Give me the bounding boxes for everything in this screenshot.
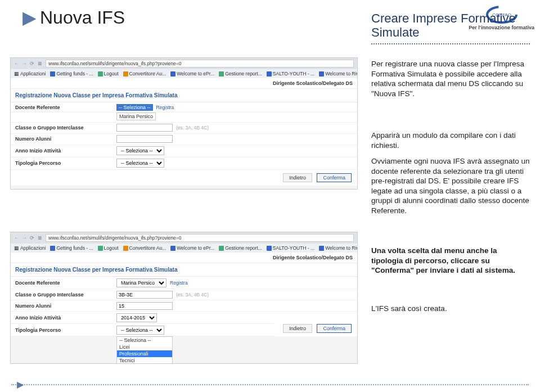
label-tipologia: Tipologia Percorso <box>15 160 116 166</box>
bookmark-item[interactable]: Welcome to Riv... <box>319 245 358 251</box>
conferma-button[interactable]: Conferma <box>317 324 352 333</box>
indietro-button[interactable]: Indietro <box>283 324 312 333</box>
side-heading: Creare Imprese Formative Simulate <box>371 11 530 44</box>
classe-input[interactable] <box>116 124 173 132</box>
paragraph-intro: Per registrare una nuova classe per l'Im… <box>371 59 530 98</box>
conferma-button[interactable]: Conferma <box>317 173 352 182</box>
bookmark-apps[interactable]: ▦Applicazioni <box>14 71 46 76</box>
form-title: Registrazione Nuova Classe per Impresa F… <box>11 89 357 102</box>
bookmarks-bar: ▦Applicazioni Getting funds - ... Logout… <box>11 244 357 253</box>
registra-link[interactable]: Registra <box>170 280 188 286</box>
bookmark-item[interactable]: SALTO-YOUTH - ... <box>267 71 314 76</box>
reload-icon[interactable]: ⟳ <box>30 61 35 66</box>
tipologia-select[interactable]: -- Seleziona -- <box>116 326 164 335</box>
label-anno: Anno Inizio Attività <box>15 315 116 321</box>
tipologia-select[interactable]: -- Seleziona -- <box>116 159 164 168</box>
label-anno: Anno Inizio Attività <box>15 148 116 154</box>
docente-select-open[interactable]: -- Seleziona -- <box>116 104 153 111</box>
tipologia-dropdown-open[interactable]: -- Seleziona -- Licei Professionali Tecn… <box>116 336 173 364</box>
page-title: ▶Nuova IFS <box>22 7 125 28</box>
bookmark-item[interactable]: Welcome to Riv... <box>319 71 358 76</box>
forward-icon[interactable]: → <box>22 61 28 66</box>
classe-hint: (es. 3A, 4B 4C) <box>176 292 209 298</box>
footer-bullet-icon: ▶ <box>17 379 24 390</box>
indietro-button[interactable]: Indietro <box>283 173 312 182</box>
anno-select[interactable]: -- Seleziona -- <box>116 146 164 155</box>
dropdown-option[interactable]: Tecnici <box>117 357 172 364</box>
bookmark-item[interactable]: SALTO-YOUTH - ... <box>267 245 314 251</box>
forward-icon[interactable]: → <box>22 235 28 241</box>
dropdown-option[interactable]: -- Seleziona -- <box>117 337 172 344</box>
bookmark-item[interactable]: Getting funds - ... <box>50 245 93 251</box>
back-icon[interactable]: ← <box>14 235 20 241</box>
paragraph-created: L'IFS sarà così creata. <box>371 304 530 314</box>
back-icon[interactable]: ← <box>14 61 20 66</box>
label-classe: Classe o Gruppo Interclasse <box>15 292 116 298</box>
title-bullet-icon: ▶ <box>22 7 37 28</box>
paragraph-form: Apparirà un modulo da compilare con i da… <box>371 130 530 150</box>
label-classe: Classe o Gruppo Interclasse <box>15 125 116 130</box>
grid-icon: ▦ <box>14 245 19 251</box>
file-icon: 🗎 <box>38 61 43 66</box>
numero-input[interactable] <box>116 135 173 143</box>
label-tipologia: Tipologia Percorso <box>15 327 116 333</box>
bookmarks-bar: ▦Applicazioni Getting funds - ... Logout… <box>11 69 357 78</box>
paragraph-referente: Ovviamente ogni nuova IFS avrà assegnato… <box>371 156 530 215</box>
numero-input[interactable] <box>116 302 173 310</box>
registra-link[interactable]: Registra <box>156 105 174 110</box>
bookmark-item[interactable]: Getting funds - ... <box>50 71 93 76</box>
label-docente: Docente Referente <box>15 105 116 110</box>
docente-select[interactable]: Marina Persico <box>116 278 166 287</box>
dropdown-option-selected[interactable]: Professionali <box>117 350 172 357</box>
docente-option[interactable]: Marina Persico <box>116 112 156 120</box>
screenshot-empty-form: ← → ⟳ 🗎 www.ifsconfao.net/simulifs/dirig… <box>10 57 358 190</box>
bookmark-item[interactable]: Convertitore Au... <box>123 245 166 251</box>
classe-hint: (es. 3A, 4B 4C) <box>176 125 209 130</box>
bookmark-item[interactable]: Welcome to ePr... <box>170 71 214 76</box>
dropdown-option[interactable]: Licei <box>117 344 172 350</box>
paragraph-conferma: Una volta scelta dal menu anche la tipol… <box>371 246 530 276</box>
reload-icon[interactable]: ⟳ <box>30 235 35 241</box>
bookmark-item[interactable]: Gestione report... <box>219 71 262 76</box>
bookmark-item[interactable]: Convertitore Au... <box>123 71 166 76</box>
anno-select[interactable]: 2014-2015 <box>116 313 157 322</box>
label-numero: Numero Alunni <box>15 303 116 309</box>
role-bar: Dirigente Scolastico/Delegato DS <box>11 253 357 263</box>
grid-icon: ▦ <box>14 71 19 76</box>
heading-rule-icon <box>371 43 530 44</box>
bookmark-item[interactable]: Logout <box>98 245 119 251</box>
classe-input[interactable] <box>116 291 173 299</box>
bookmark-apps[interactable]: ▦Applicazioni <box>14 245 46 251</box>
label-numero: Numero Alunni <box>15 136 116 142</box>
form-title: Registrazione Nuova Classe per Impresa F… <box>11 263 357 277</box>
role-bar: Dirigente Scolastico/Delegato DS <box>11 78 357 89</box>
bookmark-item[interactable]: Logout <box>98 71 119 76</box>
bookmark-item[interactable]: Welcome to ePr... <box>170 245 214 251</box>
bookmark-item[interactable]: Gestione report... <box>219 245 262 251</box>
label-docente: Docente Referente <box>15 280 116 286</box>
footer-rule-icon <box>11 384 529 385</box>
screenshot-filled-form: ← → ⟳ 🗎 www.ifsconfao.net/simulifs/dirig… <box>10 232 358 364</box>
file-icon: 🗎 <box>38 235 43 241</box>
address-bar[interactable]: www.ifsconfao.net/simulifs/dirigente/nuo… <box>46 234 354 242</box>
address-bar[interactable]: www.ifsconfao.net/simulifs/dirigente/nuo… <box>46 60 354 67</box>
